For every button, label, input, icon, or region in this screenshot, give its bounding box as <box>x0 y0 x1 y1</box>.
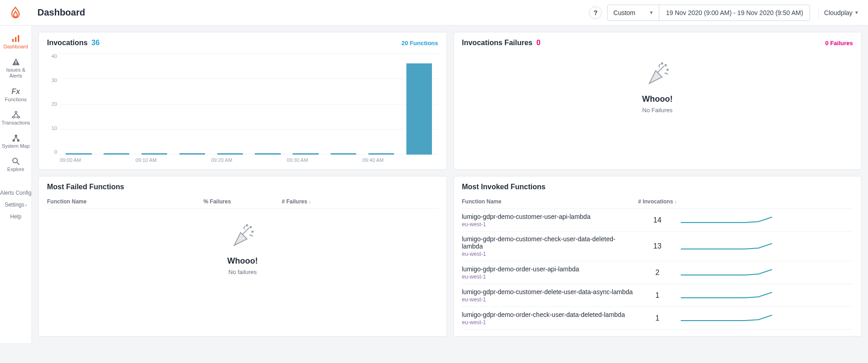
svg-point-15 <box>250 227 252 228</box>
svg-point-16 <box>247 225 248 226</box>
invocation-count: 13 <box>634 242 681 250</box>
col-pct-failures[interactable]: % Failures <box>204 198 282 205</box>
failures-empty-title: Whooo! <box>642 94 673 104</box>
svg-point-14 <box>667 69 668 71</box>
bar-slot <box>400 53 438 155</box>
content-grid: Invocations 36 20 Functions 403020100 09… <box>32 26 868 343</box>
sort-desc-icon: ↓ <box>309 199 311 204</box>
sidebar-item-label: Explore <box>7 166 24 172</box>
sidebar-item-explore[interactable]: Explore <box>0 153 32 176</box>
bar-slot: 09:40 AM <box>363 53 400 155</box>
sidebar-item-label: Functions <box>5 97 27 103</box>
failures-title-text: Invocations Failures <box>462 39 533 47</box>
function-region: eu-west-1 <box>462 251 634 257</box>
svg-point-13 <box>661 63 663 64</box>
sidebar-item-system-map[interactable]: System Map <box>0 130 32 153</box>
x-tick-label: 09:00 AM <box>60 157 81 163</box>
bar[interactable] <box>217 153 243 155</box>
invocations-functions-link[interactable]: 20 Functions <box>401 40 438 47</box>
failures-empty-state: Whooo! No Failures <box>462 47 853 123</box>
chevron-down-icon: ▼ <box>854 10 859 15</box>
col-invocations-label: # Invocations <box>638 198 673 205</box>
most-failed-functions-card: Most Failed Functions Function Name % Fa… <box>38 176 447 337</box>
col-invocations[interactable]: # Invocations↓ <box>634 198 681 205</box>
x-tick-label: 09:40 AM <box>363 157 384 163</box>
table-row[interactable]: lumigo-gdpr-demo-customer-check-user-dat… <box>462 232 853 261</box>
topbar: Dashboard ? Custom ▼ 19 Nov 2020 (9:00 A… <box>0 0 868 26</box>
celebration-icon <box>229 223 256 250</box>
y-tick: 0 <box>47 149 57 155</box>
col-num-failures[interactable]: # Failures↓ <box>282 198 360 205</box>
sidebar-link-label: Alerts Config <box>0 190 32 196</box>
svg-point-8 <box>15 135 17 137</box>
chevron-right-icon: › <box>26 202 27 207</box>
bar[interactable] <box>368 153 394 155</box>
warning-icon <box>11 57 21 67</box>
sidebar-item-dashboard[interactable]: Dashboard <box>0 30 32 53</box>
function-name: lumigo-gdpr-demo-customer-user-api-lambd… <box>462 213 634 220</box>
help-button[interactable]: ? <box>589 6 602 19</box>
y-tick: 10 <box>47 125 57 131</box>
failures-link[interactable]: 0 Failures <box>825 40 853 47</box>
sidebar-link-alerts-config[interactable]: Alerts Config <box>0 187 32 199</box>
col-function-name[interactable]: Function Name <box>462 198 634 205</box>
sidebar: DashboardIssues & AlertsFxFunctionsTrans… <box>0 26 32 343</box>
most-invoked-title: Most Invoked Functions <box>462 183 546 191</box>
table-row[interactable]: lumigo-gdpr-demo-customer-user-api-lambd… <box>462 209 853 232</box>
bar[interactable] <box>331 153 356 155</box>
invocation-count: 1 <box>634 291 681 300</box>
sidebar-item-transactions[interactable]: Transactions <box>0 106 32 130</box>
y-tick: 40 <box>47 53 57 59</box>
failures-title: Invocations Failures 0 <box>462 39 541 47</box>
y-tick: 30 <box>47 78 57 83</box>
svg-point-12 <box>665 65 666 66</box>
time-range-display[interactable]: 19 Nov 2020 (9:00 AM) - 19 Nov 2020 (9:5… <box>659 9 809 16</box>
most-failed-table-header: Function Name % Failures # Failures↓ <box>47 191 438 209</box>
svg-point-9 <box>13 140 15 141</box>
table-row[interactable]: lumigo-gdpr-demo-order-check-user-data-d… <box>462 307 853 330</box>
celebration-icon <box>644 61 671 88</box>
bar[interactable] <box>66 153 91 155</box>
failures-empty-sub: No Failures <box>642 107 673 114</box>
col-function-name[interactable]: Function Name <box>47 198 204 205</box>
most-failed-empty-state: Whooo! No failures <box>47 209 438 285</box>
svg-point-11 <box>13 158 17 163</box>
flame-icon <box>9 6 22 20</box>
bar-slot <box>325 53 363 155</box>
bar-slot: 09:20 AM <box>211 53 249 155</box>
sidebar-item-label: Issues & Alerts <box>1 67 31 79</box>
bar[interactable] <box>179 153 205 155</box>
sidebar-item-issues-alerts[interactable]: Issues & Alerts <box>0 53 32 83</box>
svg-rect-4 <box>16 63 16 64</box>
account-menu-button[interactable]: Cloudplay ▼ <box>818 6 861 19</box>
x-tick-label: 09:10 AM <box>136 157 157 163</box>
sidebar-link-help[interactable]: Help <box>10 211 21 223</box>
bar[interactable] <box>255 153 280 155</box>
sort-desc-icon: ↓ <box>674 199 677 204</box>
bar[interactable] <box>142 153 167 155</box>
bar[interactable] <box>406 63 432 155</box>
table-row[interactable]: lumigo-gdpr-demo-order-user-api-lambda e… <box>462 261 853 284</box>
chart-bar-icon <box>11 34 21 44</box>
bar-slot <box>249 53 287 155</box>
bar[interactable] <box>293 153 318 155</box>
x-tick-label: 09:30 AM <box>287 157 308 163</box>
bar[interactable] <box>104 153 129 155</box>
invocations-title: Invocations 36 <box>47 39 100 47</box>
time-range-mode-label: Custom <box>613 9 635 16</box>
svg-rect-1 <box>15 37 16 42</box>
account-label: Cloudplay <box>824 9 852 16</box>
col-num-failures-label: # Failures <box>282 198 307 205</box>
svg-rect-0 <box>12 39 14 42</box>
page-title: Dashboard <box>37 7 85 18</box>
sidebar-item-label: System Map <box>2 143 30 149</box>
sidebar-item-functions[interactable]: FxFunctions <box>0 83 32 106</box>
time-range-mode-select[interactable]: Custom ▼ <box>608 5 659 21</box>
sidebar-link-settings[interactable]: Settings› <box>5 199 27 211</box>
sidebar-link-label: Settings <box>5 202 24 208</box>
fx-icon: Fx <box>11 87 20 97</box>
table-row[interactable]: lumigo-gdpr-demo-customer-delete-user-da… <box>462 284 853 307</box>
app-logo[interactable] <box>7 5 24 21</box>
svg-rect-3 <box>16 61 16 63</box>
svg-point-7 <box>18 116 20 118</box>
